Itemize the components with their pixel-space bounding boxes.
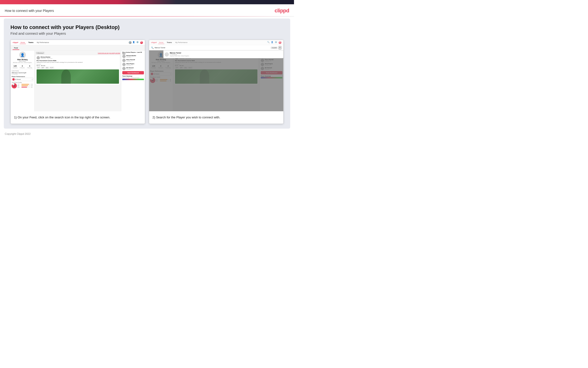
player-item-avatar (122, 55, 126, 58)
duration-value: 02 hr : 00 min (36, 65, 119, 66)
logo: clippd (274, 8, 289, 14)
avatar-icon-2: BM (279, 41, 281, 44)
player-item-avatar (122, 59, 126, 62)
footer: Copyright Clippd 2022 (0, 130, 294, 137)
tag-arg: ARG (45, 67, 49, 69)
player-selector[interactable]: Eli Vincent ▾ (12, 78, 33, 81)
player-selector-name: Eli Vincent (15, 79, 31, 80)
player-list-item: Richard Butler Activities: 7 (122, 55, 144, 58)
avatar-icon[interactable]: BM (140, 41, 143, 44)
search-icon[interactable]: 🔍 (129, 41, 132, 44)
control-link[interactable]: Control who can see your activity and da… (98, 52, 120, 54)
player-item-activities: Activities: 1 (126, 68, 134, 70)
player-item-activities: Activities: 3 (126, 64, 134, 66)
main-subheading: Find and connect with your Players (10, 31, 284, 36)
most-active-title: Most Active Players - Last 30 days (122, 52, 144, 55)
settings-icon-2: ⚙️ (275, 41, 278, 44)
following-button[interactable]: Following ▾ (35, 52, 45, 54)
profile-img (19, 52, 26, 58)
search-input-text[interactable]: Marcus Turner (155, 47, 270, 48)
following-row: Following ▾ Control who can see your act… (35, 52, 120, 54)
tag-putt: PUTT (50, 67, 54, 69)
bar-app: APP 70 (18, 85, 33, 86)
app-mockup-1: clippd Home Teams My Performance 🔍 👤 ⚙️ … (11, 40, 145, 111)
activity-card: Richard Butler Yesterday · The Grove Pre… (35, 55, 120, 85)
profile-club: Mill Ride Golf Club, United Kingdom (12, 62, 33, 63)
app-center-1: Following ▾ Control who can see your act… (35, 51, 121, 111)
stat-following: 4 Following (27, 65, 32, 68)
caption-2-text: Search for the Player you wish to connec… (156, 116, 220, 119)
activity-image (36, 69, 119, 84)
app-sidebar-1: Blair McHarg Golf Coach Mill Ride Golf C… (11, 51, 35, 111)
caption-2-num: 2) (152, 116, 155, 119)
player-avatar-small (12, 78, 15, 81)
tag-app: APP (41, 67, 45, 69)
search-result-item[interactable]: Marcus Turner 1-5 Handicap Cypress Point… (165, 52, 282, 57)
activity-title: Pre Tournament Course Walk (36, 60, 119, 61)
stat-activities: 129 Activities (13, 65, 18, 68)
heatmap-title-1: Team Heatmap (122, 75, 144, 77)
settings-icon[interactable]: ⚙️ (136, 41, 139, 44)
main-content: How to connect with your Players (Deskto… (4, 18, 290, 129)
page-title: How to connect with your Players (5, 9, 54, 13)
user-icon[interactable]: 👤 (132, 41, 135, 44)
app-nav-icons: 🔍 👤 ⚙️ BM (129, 41, 143, 44)
app-right-1: Most Active Players - Last 30 days Richa… (121, 51, 145, 111)
bar-arg: ARG 61 (18, 87, 33, 88)
tag-ott: OTT (36, 67, 40, 69)
main-heading: How to connect with your Players (Deskto… (10, 24, 284, 30)
player-list-item: Piers Parnell Activities: 4 (122, 59, 144, 62)
app-nav-logo-1: clippd (13, 41, 18, 44)
search-result-name: Marcus Turner (170, 52, 189, 54)
player-item-activities: Activities: 4 (126, 60, 135, 62)
search-close-button[interactable]: ✕ (279, 46, 281, 49)
caption-1-num: 1) (14, 116, 17, 119)
search-result-avatar (165, 52, 169, 56)
app-nav-1: clippd Home Teams My Performance 🔍 👤 ⚙️ … (11, 40, 145, 45)
panel-1-caption: 1) On your Feed, click on the search ico… (11, 111, 145, 124)
player-performance-header: Player Performance (12, 76, 33, 77)
team-dashboard-button[interactable]: Team Dashboard (122, 71, 144, 74)
player-selector-arrow: ▾ (32, 79, 33, 80)
player-item-avatar (122, 63, 126, 66)
player-list-item: Eli Vincent Activities: 1 (122, 67, 144, 70)
bar-ott: OTT 79 (18, 84, 33, 85)
header: How to connect with your Players clippd (0, 4, 294, 16)
latest-activity-label: Latest Activity (12, 70, 33, 72)
heatmap-bar-1 (122, 79, 144, 80)
header-divider (0, 16, 294, 17)
user-date-1: Yesterday · The Grove (41, 58, 53, 59)
panel-2-caption: 2) Search for the Player you wish to con… (149, 111, 283, 124)
app-nav-2: clippd Home Teams My Performance 🔍 👤 ⚙️ … (149, 40, 283, 45)
screenshots-row: clippd Home Teams My Performance 🔍 👤 ⚙️ … (10, 40, 284, 124)
nav-home-2: Home (158, 41, 165, 44)
app-nav-icons-2: 🔍 👤 ⚙️ BM (267, 41, 281, 44)
search-icon-2: 🔍 (267, 41, 270, 44)
nav-my-performance-2: My Performance (174, 41, 188, 44)
nav-teams[interactable]: Teams (27, 41, 35, 44)
panel-1: clippd Home Teams My Performance 🔍 👤 ⚙️ … (10, 40, 145, 124)
activity-tags: OTT APP ARG PUTT (36, 67, 119, 69)
user-icon-2: 👤 (271, 41, 274, 44)
nav-my-performance[interactable]: My Performance (36, 41, 50, 44)
app-body-1: Blair McHarg Golf Coach Mill Ride Golf C… (11, 51, 145, 111)
activity-date: 27 Jul 2022 (12, 74, 33, 75)
quality-score: 84 OTT 79 APP 70 (12, 83, 33, 88)
caption-1-text: On your Feed, click on the search icon i… (18, 116, 110, 119)
nav-teams-2: Teams (166, 41, 173, 44)
search-dropdown: Marcus Turner 1-5 Handicap Cypress Point… (163, 50, 283, 58)
players-list-1: Richard Butler Activities: 7 Piers Parne… (122, 55, 144, 70)
feed-tab[interactable]: Feed (13, 46, 19, 50)
user-avatar-1 (36, 56, 40, 59)
profile-name: Blair McHarg (12, 59, 33, 60)
nav-home[interactable]: Home (20, 41, 26, 44)
search-clear-button[interactable]: CLEAR (271, 46, 278, 49)
score-circle: 84 (12, 83, 17, 88)
search-overlay: 🔍 Marcus Turner CLEAR ✕ Marcus Turner 1-… (149, 45, 283, 111)
heatmap-labels-1: -5 +5 (122, 80, 144, 82)
heatmap-subtitle-1: Player Quality · 20 Round Trend (122, 77, 144, 78)
app-nav-logo-2: clippd (151, 41, 157, 44)
activity-desc: Walking the course with my coach to buil… (36, 62, 119, 63)
app-mockup-2: clippd Home Teams My Performance 🔍 👤 ⚙️ … (149, 40, 283, 111)
player-list-item: Hiral Pujara Activities: 3 (122, 63, 144, 66)
